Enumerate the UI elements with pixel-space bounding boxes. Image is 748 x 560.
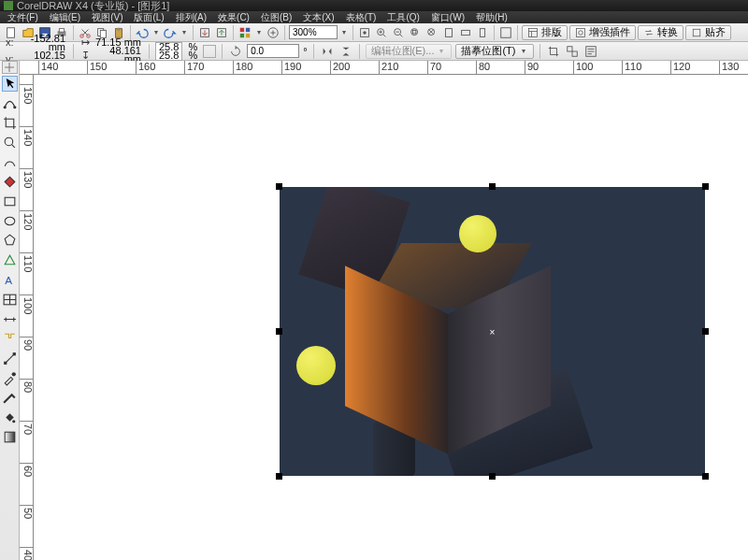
svg-rect-34 (572, 51, 577, 56)
freehand-tool-icon[interactable] (2, 154, 18, 170)
zoom-page-icon[interactable] (441, 25, 456, 40)
snap-label: 贴齐 (705, 25, 726, 39)
rotate-icon (228, 44, 243, 59)
handle-sw[interactable] (276, 473, 282, 480)
table-tool-icon[interactable] (2, 292, 18, 308)
layout-label: 排版 (541, 25, 562, 39)
handle-ne[interactable] (702, 183, 709, 190)
smart-fill-tool-icon[interactable] (2, 174, 18, 190)
crop-icon[interactable] (546, 44, 561, 59)
menu-tools[interactable]: 工具(Q) (381, 11, 424, 24)
svg-rect-32 (693, 29, 700, 36)
handle-e[interactable] (702, 328, 709, 335)
lock-ratio-icon[interactable] (203, 45, 216, 58)
menu-arrange[interactable]: 排列(A) (170, 11, 212, 24)
snap-icon[interactable] (357, 25, 372, 40)
import-icon[interactable] (197, 25, 212, 40)
welcome-icon[interactable] (266, 25, 280, 40)
svg-point-36 (3, 106, 6, 108)
connector-tool-icon[interactable] (2, 331, 18, 347)
fullscreen-icon[interactable] (498, 25, 513, 40)
separator (73, 44, 74, 59)
shape-tool-icon[interactable] (2, 95, 18, 111)
menu-help[interactable]: 帮助(H) (470, 11, 513, 24)
zoom-all-icon[interactable] (424, 25, 439, 40)
title-bar: CorelDRAW X4 (专业版) - [图形1] (0, 0, 748, 11)
menu-layout[interactable]: 版面(L) (128, 11, 169, 24)
snap-button[interactable]: 贴齐 (685, 25, 731, 40)
zoom-input[interactable] (289, 25, 338, 39)
zoom-out-icon[interactable] (391, 25, 406, 40)
wrap-text-icon[interactable] (583, 44, 598, 59)
polygon-tool-icon[interactable] (2, 233, 18, 249)
trace-bitmap-button[interactable]: 描摹位图(T)▾ (455, 44, 533, 59)
handle-s[interactable] (489, 473, 496, 480)
plugin-button[interactable]: 增强插件 (569, 25, 636, 40)
app-launcher-icon[interactable] (237, 25, 252, 40)
separator (494, 25, 495, 40)
convert-label: 转换 (657, 25, 678, 39)
separator (73, 25, 74, 40)
basic-shapes-tool-icon[interactable] (2, 252, 18, 268)
redo-icon[interactable] (163, 25, 178, 40)
handle-nw[interactable] (276, 183, 282, 190)
ellipse-tool-icon[interactable] (2, 213, 18, 229)
percent-labels: % % (186, 43, 199, 60)
angle-input[interactable] (247, 44, 299, 58)
svg-rect-16 (246, 33, 250, 36)
menu-view[interactable]: 视图(V) (86, 11, 128, 24)
launcher-dropdown-icon[interactable]: ▾ (254, 28, 264, 36)
menu-text[interactable]: 文本(X) (297, 11, 339, 24)
menu-bitmap[interactable]: 位图(B) (255, 11, 297, 24)
property-bar: x:-152.81 mm y:102.15 mm ↦71.15 mm ↧48.1… (0, 42, 748, 61)
drawing-canvas[interactable]: × (34, 75, 748, 560)
svg-point-19 (363, 31, 367, 35)
interactive-tool-icon[interactable] (2, 351, 18, 366)
outline-tool-icon[interactable] (2, 390, 18, 406)
mirror-v-icon[interactable] (338, 44, 353, 59)
svg-rect-23 (412, 30, 416, 34)
svg-rect-13 (240, 27, 244, 31)
toolbox: A (0, 61, 20, 560)
text-tool-icon[interactable]: A (2, 272, 18, 288)
zoom-selection-icon[interactable] (408, 25, 423, 40)
dimension-tool-icon[interactable] (2, 311, 18, 327)
crop-tool-icon[interactable] (2, 115, 18, 131)
resample-icon[interactable] (565, 44, 580, 59)
convert-button[interactable]: 转换 (638, 25, 683, 40)
layout-button[interactable]: 排版 (522, 25, 568, 40)
menu-table[interactable]: 表格(T) (340, 11, 382, 24)
svg-point-40 (5, 217, 15, 225)
menu-effects[interactable]: 效果(C) (212, 11, 255, 24)
zoom-dropdown-icon[interactable]: ▾ (339, 28, 349, 36)
menu-window[interactable]: 窗口(W) (425, 11, 470, 24)
handle-w[interactable] (276, 328, 282, 335)
menu-edit[interactable]: 编辑(E) (44, 11, 86, 24)
pick-tool-icon[interactable] (2, 76, 18, 92)
rectangle-tool-icon[interactable] (2, 194, 18, 209)
mirror-h-icon[interactable] (320, 44, 335, 59)
handle-n[interactable] (489, 183, 496, 190)
zoom-height-icon[interactable] (475, 25, 490, 40)
handle-se[interactable] (702, 473, 709, 480)
separator (222, 44, 223, 59)
zoom-width-icon[interactable] (458, 25, 473, 40)
fill-tool-icon[interactable] (2, 409, 18, 425)
separator (359, 44, 360, 59)
ruler-origin-icon[interactable] (2, 61, 18, 74)
app-icon (4, 1, 13, 10)
scale-input[interactable]: 25.8 25.8 (155, 42, 182, 61)
redo-dropdown-icon[interactable]: ▾ (180, 28, 189, 36)
interactive-fill-tool-icon[interactable] (2, 429, 18, 445)
horizontal-ruler[interactable]: 1401501601701801902002107080901001101201… (20, 61, 748, 75)
svg-rect-30 (577, 28, 585, 36)
edit-bitmap-button: 编辑位图(E)...▾ (366, 44, 453, 59)
undo-dropdown-icon[interactable]: ▾ (151, 28, 161, 36)
height-icon: ↧ (81, 51, 93, 60)
export-icon[interactable] (214, 25, 229, 40)
zoom-in-icon[interactable] (374, 25, 389, 40)
vertical-ruler[interactable]: 150140130120110100908070605040 (20, 75, 34, 560)
zoom-tool-icon[interactable] (2, 135, 18, 151)
eyedropper-tool-icon[interactable] (2, 370, 18, 386)
menu-file[interactable]: 文件(F) (2, 11, 44, 24)
